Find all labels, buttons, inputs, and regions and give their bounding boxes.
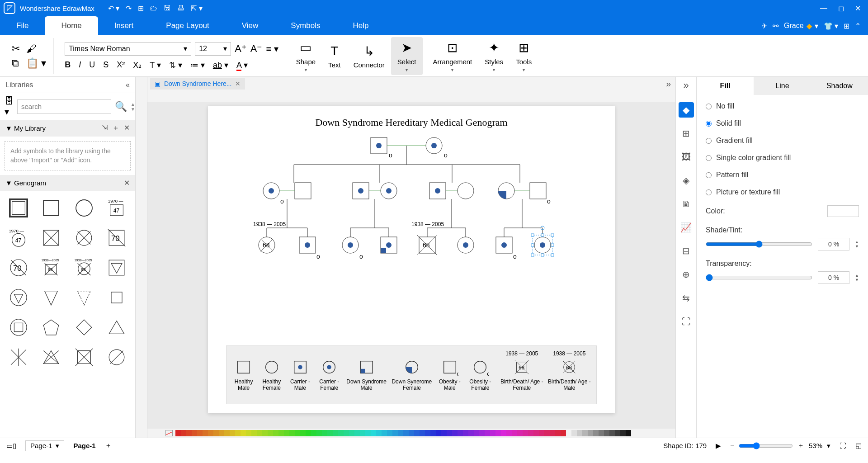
color-swatch[interactable] — [333, 430, 338, 436]
format-painter-icon[interactable]: 🖌 — [26, 43, 46, 55]
shape-age-70-box[interactable]: 70 — [102, 224, 132, 251]
color-swatch[interactable] — [626, 430, 631, 436]
bold-icon[interactable]: B — [65, 60, 71, 70]
color-swatch[interactable] — [409, 430, 414, 436]
font-size-select[interactable]: 12▾ — [195, 42, 231, 56]
color-swatch[interactable] — [512, 430, 517, 436]
ruler-rail-icon[interactable]: ⇆ — [679, 290, 694, 306]
color-swatch[interactable] — [479, 430, 485, 436]
color-swatch[interactable] — [441, 430, 447, 436]
new-icon[interactable]: ⊞ — [138, 4, 144, 13]
print-icon[interactable]: 🖶 — [177, 4, 184, 12]
color-swatch[interactable] — [490, 430, 495, 436]
color-swatch[interactable] — [539, 430, 544, 436]
shape-circle-double[interactable] — [4, 314, 33, 341]
color-swatch[interactable] — [278, 430, 284, 436]
connector-tool[interactable]: ↳ Connector — [347, 43, 391, 69]
shape-female[interactable] — [69, 194, 99, 222]
superscript-icon[interactable]: X² — [117, 60, 125, 70]
shape-age-circle[interactable]: 1970 —47 — [4, 224, 33, 251]
menu-symbols[interactable]: Symbols — [274, 16, 336, 35]
text-tool[interactable]: T Text — [322, 43, 347, 69]
shape-deceased-male[interactable] — [36, 224, 66, 251]
radio-gradient-fill[interactable]: Gradient fill — [706, 137, 859, 145]
shape-dashed-triangle[interactable] — [69, 284, 99, 311]
fullscreen-rail-icon[interactable]: ⛶ — [679, 314, 694, 329]
shape-triangle-down[interactable] — [102, 254, 132, 281]
color-swatch[interactable] — [311, 430, 316, 436]
styles-tool[interactable]: ✦ Styles ▾ — [478, 40, 509, 72]
text-case-icon[interactable]: T ▾ — [150, 60, 161, 70]
close-icon[interactable]: ✕ — [855, 4, 861, 13]
color-swatch[interactable] — [495, 430, 501, 436]
grid-rail-icon[interactable]: ⊞ — [679, 126, 694, 141]
color-swatch[interactable] — [186, 430, 192, 436]
shape-male-plain[interactable] — [36, 194, 66, 222]
color-swatch[interactable] — [420, 430, 425, 436]
color-swatch[interactable] — [463, 430, 468, 436]
shape-star-x[interactable] — [4, 344, 33, 371]
maximize-icon[interactable]: ◻ — [838, 4, 844, 13]
fill-rail-icon[interactable]: ◆ — [679, 102, 694, 118]
transparency-slider[interactable] — [706, 274, 812, 281]
color-swatch[interactable] — [175, 430, 181, 436]
color-swatch[interactable] — [322, 430, 327, 436]
char-spacing-icon[interactable]: ab ▾ — [213, 60, 228, 70]
color-swatch[interactable] — [506, 430, 512, 436]
color-swatch[interactable] — [447, 430, 452, 436]
send-icon[interactable]: ✈ — [761, 22, 767, 30]
collapse-libraries-icon[interactable]: « — [126, 81, 130, 89]
zoom-in-icon[interactable]: ＋ — [797, 441, 804, 450]
genogram-header[interactable]: ▼ Genogram ✕ — [0, 175, 135, 191]
underline-icon[interactable]: U — [89, 60, 95, 70]
subscript-icon[interactable]: X₂ — [133, 60, 142, 70]
close-tab-icon[interactable]: ✕ — [235, 80, 241, 87]
color-swatch[interactable] — [561, 430, 566, 436]
zoom-out-icon[interactable]: − — [730, 442, 734, 449]
copy-icon[interactable]: ⧉ — [12, 57, 20, 69]
color-swatch[interactable] — [609, 430, 615, 436]
fit-width-icon[interactable]: ◱ — [855, 442, 862, 450]
radio-single-gradient[interactable]: Single color gradient fill — [706, 154, 859, 162]
color-swatch[interactable] — [219, 430, 224, 436]
apps-icon[interactable]: ⊞ — [844, 22, 849, 30]
color-swatch[interactable] — [230, 430, 235, 436]
shape-triangle-circle[interactable] — [4, 284, 33, 311]
library-menu-icon[interactable]: 🗄 ▾ — [5, 96, 14, 117]
chart-rail-icon[interactable]: 📈 — [679, 220, 694, 235]
color-swatch[interactable] — [251, 430, 257, 436]
color-swatch[interactable] — [436, 430, 441, 436]
color-swatch[interactable] — [387, 430, 392, 436]
expand-panel-icon[interactable]: » — [661, 79, 675, 89]
color-swatch[interactable] — [213, 430, 219, 436]
color-swatch[interactable] — [235, 430, 241, 436]
color-swatch[interactable] — [485, 430, 490, 436]
redo-icon[interactable]: ↷ — [126, 4, 132, 13]
color-swatch[interactable] — [257, 430, 262, 436]
shape-small-square[interactable] — [102, 284, 132, 311]
color-swatch[interactable] — [604, 430, 609, 436]
color-swatch[interactable] — [425, 430, 430, 436]
add-page-icon[interactable]: ＋ — [105, 441, 112, 450]
collapse-right-icon[interactable]: » — [683, 80, 689, 91]
menu-insert[interactable]: Insert — [98, 16, 150, 35]
menu-file[interactable]: File — [0, 16, 45, 35]
share-icon[interactable]: ⚯ — [773, 22, 778, 30]
color-swatch[interactable] — [403, 430, 409, 436]
tools-tool[interactable]: ⊞ Tools ▾ — [509, 40, 538, 72]
color-swatch[interactable] — [354, 430, 360, 436]
color-swatch[interactable] — [523, 430, 528, 436]
color-swatch[interactable] — [620, 430, 626, 436]
open-icon[interactable]: 🗁 — [150, 4, 157, 12]
shape-inverted-triangle[interactable] — [36, 284, 66, 311]
color-swatch[interactable] — [327, 430, 333, 436]
menu-page-layout[interactable]: Page Layout — [150, 16, 225, 35]
color-swatch[interactable] — [241, 430, 246, 436]
shape-68-box[interactable]: 1938—200568 — [36, 254, 66, 281]
color-swatch[interactable] — [382, 430, 387, 436]
align-icon[interactable]: ≡ ▾ — [266, 43, 278, 54]
fit-page-icon[interactable]: ⛶ — [840, 442, 846, 449]
undo-icon[interactable]: ↶ ▾ — [108, 4, 119, 13]
cut-icon[interactable]: ✂ — [12, 43, 20, 55]
zoom-slider[interactable] — [739, 442, 793, 449]
